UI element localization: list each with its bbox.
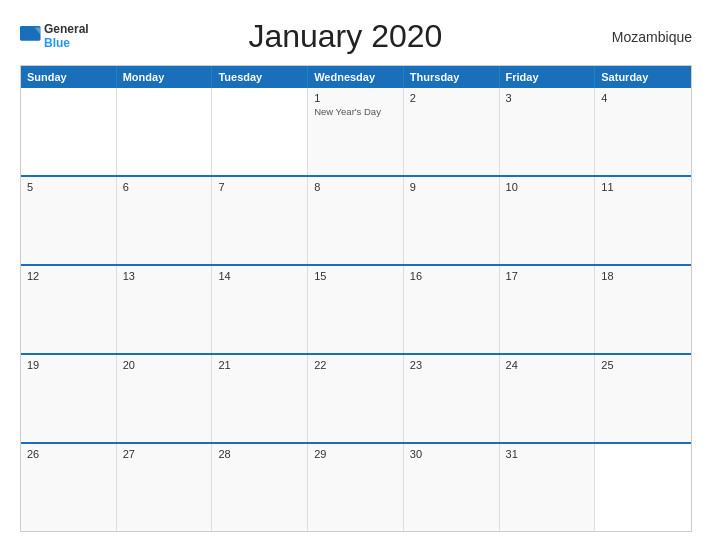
logo-text: General Blue: [44, 23, 89, 49]
day-number: 14: [218, 270, 301, 282]
day-number: 22: [314, 359, 397, 371]
day-name-header: Sunday: [21, 66, 117, 88]
calendar-header-row: SundayMondayTuesdayWednesdayThursdayFrid…: [21, 66, 691, 88]
day-cell: 22: [308, 355, 404, 442]
day-number: 1: [314, 92, 397, 104]
day-cell: 28: [212, 444, 308, 531]
day-number: 28: [218, 448, 301, 460]
day-number: 11: [601, 181, 685, 193]
day-number: 5: [27, 181, 110, 193]
day-number: 12: [27, 270, 110, 282]
day-number: 30: [410, 448, 493, 460]
logo-line1: General: [44, 23, 89, 36]
week-row: 1New Year's Day234: [21, 88, 691, 175]
day-cell: 20: [117, 355, 213, 442]
day-cell: 19: [21, 355, 117, 442]
day-cell: 13: [117, 266, 213, 353]
day-cell: 4: [595, 88, 691, 175]
day-cell: 18: [595, 266, 691, 353]
day-number: 3: [506, 92, 589, 104]
day-number: 26: [27, 448, 110, 460]
day-name-header: Monday: [117, 66, 213, 88]
day-cell: 23: [404, 355, 500, 442]
day-number: 21: [218, 359, 301, 371]
page-header: General Blue January 2020 Mozambique: [20, 18, 692, 55]
day-cell: 17: [500, 266, 596, 353]
week-row: 12131415161718: [21, 264, 691, 353]
day-cell: 16: [404, 266, 500, 353]
day-cell: [21, 88, 117, 175]
day-cell: 31: [500, 444, 596, 531]
day-number: 8: [314, 181, 397, 193]
day-cell: 7: [212, 177, 308, 264]
day-number: 31: [506, 448, 589, 460]
day-cell: 9: [404, 177, 500, 264]
day-name-header: Tuesday: [212, 66, 308, 88]
day-name-header: Wednesday: [308, 66, 404, 88]
day-cell: [595, 444, 691, 531]
week-row: 567891011: [21, 175, 691, 264]
day-number: 13: [123, 270, 206, 282]
day-cell: 8: [308, 177, 404, 264]
day-cell: 24: [500, 355, 596, 442]
day-event: New Year's Day: [314, 106, 397, 117]
day-cell: 6: [117, 177, 213, 264]
day-cell: 25: [595, 355, 691, 442]
day-number: 17: [506, 270, 589, 282]
day-cell: 2: [404, 88, 500, 175]
week-row: 19202122232425: [21, 353, 691, 442]
day-cell: 1New Year's Day: [308, 88, 404, 175]
day-name-header: Friday: [500, 66, 596, 88]
day-number: 4: [601, 92, 685, 104]
page-title: January 2020: [89, 18, 602, 55]
day-cell: 30: [404, 444, 500, 531]
calendar-body: 1New Year's Day2345678910111213141516171…: [21, 88, 691, 531]
calendar-page: General Blue January 2020 Mozambique Sun…: [0, 0, 712, 550]
logo: General Blue: [20, 23, 89, 49]
day-name-header: Thursday: [404, 66, 500, 88]
day-number: 27: [123, 448, 206, 460]
day-number: 25: [601, 359, 685, 371]
day-number: 16: [410, 270, 493, 282]
day-number: 20: [123, 359, 206, 371]
day-number: 19: [27, 359, 110, 371]
day-cell: 29: [308, 444, 404, 531]
day-number: 9: [410, 181, 493, 193]
week-row: 262728293031: [21, 442, 691, 531]
day-number: 6: [123, 181, 206, 193]
day-cell: 12: [21, 266, 117, 353]
day-cell: 10: [500, 177, 596, 264]
day-number: 7: [218, 181, 301, 193]
day-number: 18: [601, 270, 685, 282]
day-name-header: Saturday: [595, 66, 691, 88]
day-cell: 27: [117, 444, 213, 531]
day-number: 29: [314, 448, 397, 460]
day-cell: 15: [308, 266, 404, 353]
day-cell: 3: [500, 88, 596, 175]
calendar-grid: SundayMondayTuesdayWednesdayThursdayFrid…: [20, 65, 692, 532]
day-cell: 5: [21, 177, 117, 264]
day-number: 24: [506, 359, 589, 371]
day-cell: 14: [212, 266, 308, 353]
day-number: 2: [410, 92, 493, 104]
logo-line2: Blue: [44, 37, 89, 50]
day-cell: [212, 88, 308, 175]
day-cell: 21: [212, 355, 308, 442]
logo-icon: [20, 26, 42, 48]
day-number: 23: [410, 359, 493, 371]
country-label: Mozambique: [602, 29, 692, 45]
day-cell: 26: [21, 444, 117, 531]
day-number: 15: [314, 270, 397, 282]
day-cell: 11: [595, 177, 691, 264]
day-cell: [117, 88, 213, 175]
day-number: 10: [506, 181, 589, 193]
